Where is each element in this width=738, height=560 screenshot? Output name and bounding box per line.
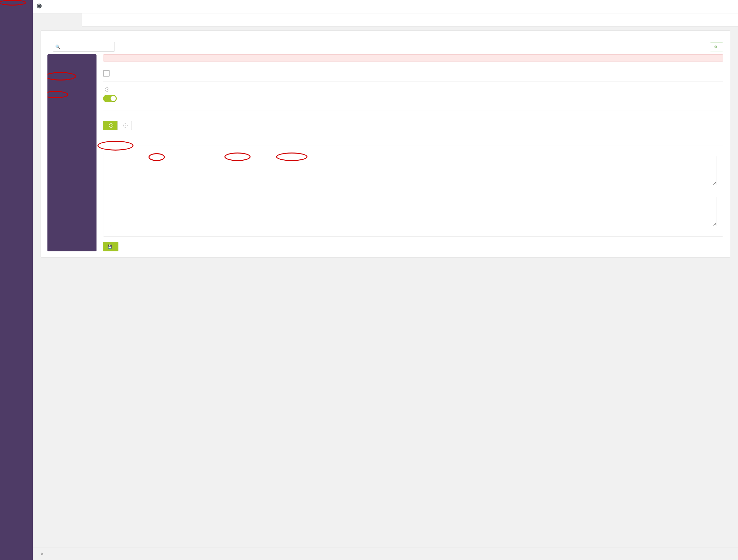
xtemos-icon: ✕ bbox=[41, 552, 44, 556]
help-icon[interactable]: ? bbox=[123, 123, 127, 127]
top-toolbar bbox=[82, 0, 738, 13]
help-icon[interactable]: ? bbox=[105, 87, 109, 92]
footer-bar: ✕ bbox=[33, 548, 738, 560]
settings-panel: ? ? bbox=[103, 54, 723, 251]
save-options-button[interactable]: 💾 bbox=[103, 242, 118, 251]
wp-admin-sidebar bbox=[0, 0, 33, 560]
gear-icon: ⚙ bbox=[714, 45, 717, 49]
search-input[interactable] bbox=[53, 42, 115, 52]
copyrights-layout-group: ? ? bbox=[103, 121, 723, 130]
copyrights-toggle[interactable] bbox=[103, 95, 117, 102]
copyrights-toggle-label: ? bbox=[103, 87, 723, 92]
brand-logo-icon: ◉ bbox=[37, 2, 42, 9]
text-next-textarea[interactable] bbox=[110, 197, 716, 226]
warning-alert bbox=[103, 54, 723, 61]
search-icon: 🔍 bbox=[55, 44, 60, 49]
xtemos-brand: ✕ bbox=[41, 552, 46, 556]
settings-nav bbox=[47, 54, 96, 251]
section-header bbox=[103, 67, 723, 81]
section-icon bbox=[103, 70, 109, 76]
copyrights-text-textarea[interactable] bbox=[110, 156, 716, 185]
secondary-toolbar bbox=[82, 13, 738, 26]
settings-presets-button[interactable]: ⚙ bbox=[710, 42, 723, 51]
brand-block: ◉ bbox=[33, 0, 82, 13]
help-icon[interactable]: ? bbox=[109, 123, 113, 127]
layout-two-columns-button[interactable]: ? bbox=[103, 121, 117, 130]
save-icon: 💾 bbox=[108, 245, 112, 249]
layout-centered-button[interactable]: ? bbox=[117, 121, 132, 130]
settings-search: 🔍 bbox=[53, 42, 115, 52]
